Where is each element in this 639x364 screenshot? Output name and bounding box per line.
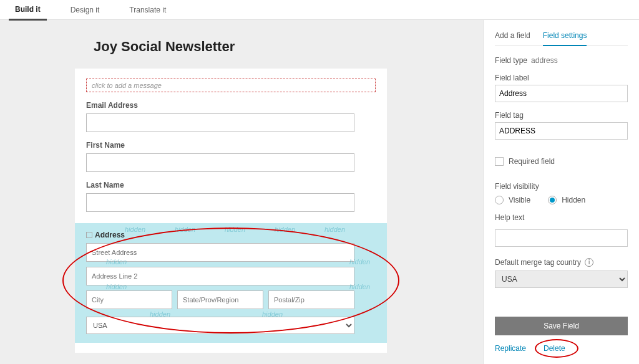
visibility-hidden-radio[interactable]: [548, 196, 557, 204]
postal-field[interactable]: [268, 290, 354, 309]
state-field[interactable]: [177, 290, 263, 309]
checkbox-icon: [495, 157, 504, 166]
tab-add-field[interactable]: Add a field: [495, 29, 530, 46]
city-field[interactable]: [86, 290, 172, 309]
visibility-radio-group: Visible Hidden: [495, 196, 628, 204]
street-address-field[interactable]: [86, 243, 354, 262]
field-action-links: Replicate Delete: [495, 344, 628, 353]
field-label-row: Field label: [495, 74, 628, 102]
tab-field-settings[interactable]: Field settings: [543, 29, 587, 46]
tab-translate-it[interactable]: Translate it: [123, 1, 172, 19]
save-field-button[interactable]: Save Field: [495, 317, 628, 335]
info-icon[interactable]: i: [585, 258, 593, 267]
field-settings-panel: Add a field Field settings Field typeadd…: [483, 20, 639, 364]
side-tabs: Add a field Field settings: [495, 29, 628, 46]
default-country-select[interactable]: USA: [495, 271, 628, 288]
address-label: Address: [86, 231, 376, 239]
first-name-label: First Name: [86, 141, 376, 150]
form-canvas: Joy Social Newsletter click to add a mes…: [0, 20, 483, 364]
visibility-label: Field visibility: [495, 182, 628, 191]
field-tag-row: Field tag: [495, 111, 628, 140]
form-description-placeholder[interactable]: click to add a message: [86, 79, 376, 92]
field-tag-input[interactable]: [495, 122, 628, 140]
workspace: Joy Social Newsletter click to add a mes…: [0, 20, 639, 364]
builder-top-tabs: Build it Design it Translate it: [0, 0, 639, 20]
last-name-label: Last Name: [86, 181, 376, 189]
help-text-label: Help text: [495, 213, 628, 222]
default-country-row: Default merge tag country i: [495, 258, 628, 267]
field-label-input[interactable]: [495, 85, 628, 102]
tab-build-it[interactable]: Build it: [9, 0, 47, 21]
last-name-field[interactable]: [86, 193, 354, 212]
visibility-visible-radio[interactable]: [495, 196, 504, 204]
address-country-select[interactable]: USA: [86, 317, 354, 334]
required-field-checkbox[interactable]: Required field: [495, 157, 628, 166]
email-field[interactable]: [86, 113, 354, 132]
email-label: Email Address: [86, 101, 376, 110]
delete-link[interactable]: Delete: [544, 344, 565, 353]
address-field-block[interactable]: hidden hidden hidden hidden hidden hidde…: [75, 223, 387, 343]
address-icon: [86, 232, 92, 238]
form-card: click to add a message Email Address Fir…: [75, 69, 387, 353]
replicate-link[interactable]: Replicate: [495, 344, 526, 353]
address-line-2-field[interactable]: [86, 267, 354, 285]
first-name-field[interactable]: [86, 153, 354, 172]
help-text-input[interactable]: [495, 229, 628, 247]
tab-design-it[interactable]: Design it: [64, 1, 106, 19]
form-title: Joy Social Newsletter: [94, 39, 483, 55]
field-type-row: Field typeaddress: [495, 56, 628, 65]
